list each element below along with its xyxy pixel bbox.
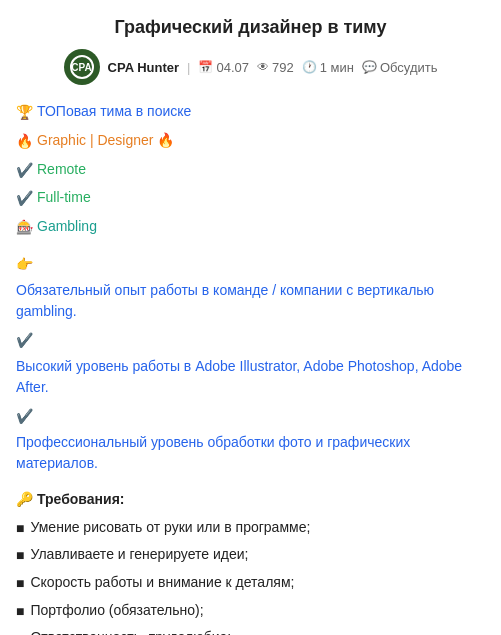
discuss-item[interactable]: 💬 Обсудить	[362, 60, 438, 75]
highlight-experience: 👉 Обязательный опыт работы в команде / к…	[16, 253, 485, 323]
graphic-designer-item: 🔥 Graphic | Designer 🔥	[16, 130, 485, 153]
req-item-5: ■ Ответственность, трудолюбие;	[16, 627, 485, 635]
fire-icon-left: 🔥	[16, 131, 33, 153]
req-item-3: ■ Скорость работы и внимание к деталям;	[16, 572, 485, 595]
bullet-4: ■	[16, 601, 24, 623]
bullet-1: ■	[16, 518, 24, 540]
check-icon-photo: ✔️	[16, 406, 33, 428]
bullet-2: ■	[16, 545, 24, 567]
page-container: Графический дизайнер в тиму CPA CPA Hunt…	[0, 0, 501, 635]
req-item-1: ■ Умение рисовать от руки или в программ…	[16, 517, 485, 540]
highlight-photo: ✔️ Профессиональный уровень обработки фо…	[16, 405, 485, 475]
eye-icon: 👁	[257, 60, 269, 74]
meta-row: CPA CPA Hunter | 📅 04.07 👁 792 🕐 1 мин 💬…	[16, 49, 485, 85]
bullet-3: ■	[16, 573, 24, 595]
date-item: 📅 04.07	[198, 60, 249, 75]
remote-item: ✔️ Remote	[16, 159, 485, 182]
avatar: CPA	[64, 49, 100, 85]
calendar-icon: 📅	[198, 60, 213, 74]
check-icon-remote: ✔️	[16, 160, 33, 182]
chat-icon: 💬	[362, 60, 377, 74]
gambling-icon: 🎰	[16, 217, 33, 239]
req-item-4: ■ Портфолио (обязательно);	[16, 600, 485, 623]
req-item-2: ■ Улавливаете и генерируете идеи;	[16, 544, 485, 567]
fulltime-item: ✔️ Full-time	[16, 187, 485, 210]
requirements-label: 🔑 🔑 Требования: Требования:	[16, 489, 485, 511]
trophy-icon: 🏆	[16, 102, 33, 124]
fire-icon-right: 🔥	[157, 130, 174, 152]
check-icon-fulltime: ✔️	[16, 188, 33, 210]
highlight-adobe: ✔️ Высокий уровень работы в Adobe Illust…	[16, 329, 485, 399]
read-time-item: 🕐 1 мин	[302, 60, 354, 75]
key-icon: 🔑	[16, 489, 33, 511]
check-icon-adobe: ✔️	[16, 330, 33, 352]
top-team-item: 🏆 ТОПовая тима в поиске	[16, 101, 485, 124]
bullet-5: ■	[16, 628, 24, 635]
gambling-item: 🎰 Gambling	[16, 216, 485, 239]
content-area: 🏆 ТОПовая тима в поиске 🔥 Graphic | Desi…	[16, 101, 485, 635]
clock-icon: 🕐	[302, 60, 317, 74]
page-title: Графический дизайнер в тиму	[16, 16, 485, 39]
point-icon-1: 👉	[16, 254, 33, 276]
author-name[interactable]: CPA Hunter	[108, 60, 180, 75]
views-item: 👁 792	[257, 60, 294, 75]
